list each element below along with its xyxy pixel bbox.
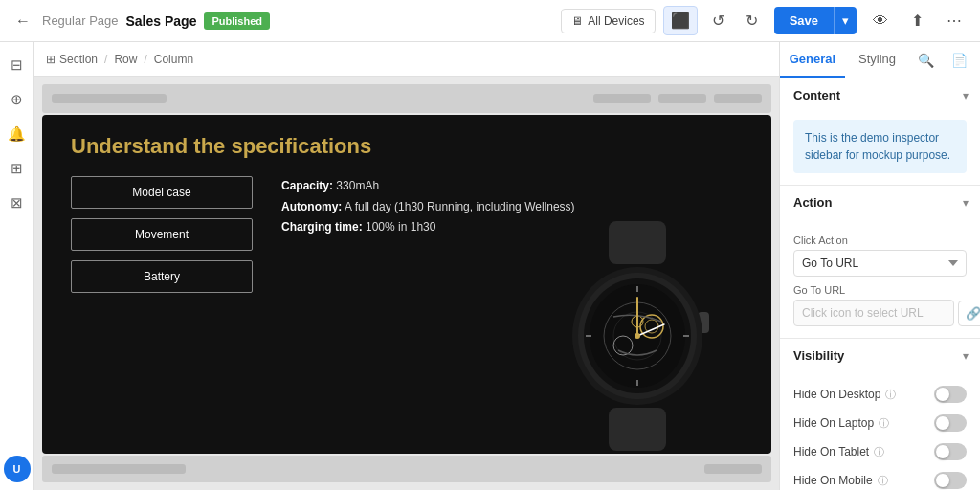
hide-laptop-info-icon[interactable]: ⓘ	[879, 416, 889, 431]
doc-icon[interactable]: 📄	[945, 49, 974, 72]
page-heading: Understand the specifications	[71, 134, 743, 159]
hide-tablet-label: Hide On Tablet ⓘ	[793, 445, 884, 459]
visibility-chevron-icon: ▾	[963, 349, 969, 363]
hide-laptop-toggle[interactable]	[934, 414, 967, 432]
device-selector[interactable]: 🖥 All Devices	[561, 9, 655, 33]
sidebar-item-layers[interactable]: ⊟	[2, 50, 33, 80]
panel-tab-icons: 🔍 📄	[909, 42, 980, 78]
hide-desktop-row: Hide On Desktop ⓘ	[793, 380, 967, 409]
url-link-button[interactable]: 🔗	[958, 301, 980, 326]
hide-mobile-label: Hide On Mobile ⓘ	[793, 474, 888, 488]
hide-laptop-row: Hide On Laptop ⓘ	[793, 409, 967, 437]
top-bar-btn-3	[714, 94, 762, 103]
sidebar-item-grid[interactable]: ⊞	[2, 153, 33, 184]
hide-mobile-row: Hide On Mobile ⓘ	[793, 466, 967, 490]
top-bar-right	[593, 94, 762, 103]
back-button[interactable]: ←	[11, 11, 34, 32]
topbar-left: ← Regular Page Sales Page Published	[11, 11, 551, 32]
buttons-column: Model case Movement Battery	[71, 176, 253, 293]
hide-tablet-info-icon[interactable]: ⓘ	[874, 445, 884, 459]
canvas-content: Understand the specifications Model case…	[34, 77, 779, 490]
visibility-section-header[interactable]: Visibility ▾	[780, 339, 980, 372]
canvas-top-bar	[42, 84, 771, 113]
hide-mobile-info-icon[interactable]: ⓘ	[878, 474, 888, 488]
url-input[interactable]	[793, 300, 954, 326]
battery-button[interactable]: Battery	[71, 260, 253, 293]
tab-general[interactable]: General	[780, 42, 845, 78]
hide-desktop-toggle[interactable]	[934, 386, 967, 403]
sidebar-item-notifications[interactable]: 🔔	[2, 119, 33, 149]
sidebar-item-add[interactable]: ⊕	[2, 84, 33, 115]
hide-tablet-toggle[interactable]	[934, 443, 967, 460]
hide-tablet-row: Hide On Tablet ⓘ	[793, 437, 967, 466]
left-sidebar: ⊟ ⊕ 🔔 ⊞ ⊠ U	[0, 42, 34, 490]
main-area: ⊟ ⊕ 🔔 ⊞ ⊠ U ⊞ Section / Row / Column	[0, 42, 980, 490]
hide-mobile-toggle[interactable]	[934, 472, 967, 489]
breadcrumb-section[interactable]: Section	[59, 53, 98, 66]
visibility-section: Visibility ▾ Hide On Desktop ⓘ Hide On L…	[780, 339, 980, 490]
bottom-bar-placeholder	[52, 464, 186, 474]
hide-laptop-label: Hide On Laptop ⓘ	[793, 416, 889, 431]
action-section-header[interactable]: Action ▾	[780, 186, 980, 219]
content-section-title: Content	[793, 88, 840, 102]
content-info-box: This is the demo inspector sidebar for m…	[793, 120, 967, 173]
breadcrumb-row[interactable]: Row	[114, 53, 137, 66]
device-label: All Devices	[588, 14, 644, 28]
visibility-section-body: Hide On Desktop ⓘ Hide On Laptop ⓘ	[780, 372, 980, 490]
content-section: Content ▾ This is the demo inspector sid…	[780, 78, 980, 186]
tab-styling[interactable]: Styling	[845, 42, 910, 78]
desktop-view-button[interactable]: ⬛	[663, 6, 698, 35]
canvas-page: Understand the specifications Model case…	[42, 115, 771, 454]
svg-rect-0	[609, 221, 666, 264]
save-btn-group: Save ▾	[774, 7, 857, 34]
hide-desktop-info-icon[interactable]: ⓘ	[885, 388, 896, 402]
click-action-label: Click Action	[793, 234, 967, 246]
autonomy-row: Autonomy: A full day (1h30 Running, incl…	[281, 197, 575, 218]
search-icon[interactable]: 🔍	[911, 49, 941, 72]
topbar: ← Regular Page Sales Page Published 🖥 Al…	[0, 0, 980, 42]
action-section-title: Action	[793, 195, 832, 210]
top-bar-placeholder	[52, 94, 167, 103]
visibility-section-title: Visibility	[793, 348, 844, 363]
hide-desktop-label: Hide On Desktop ⓘ	[793, 388, 896, 402]
breadcrumb-sep-1: /	[104, 53, 107, 66]
panel-tabs: General Styling 🔍 📄	[780, 42, 980, 78]
canvas-toolbar: ⊞ Section / Row / Column	[34, 42, 779, 77]
action-section: Action ▾ Click Action Go To URL Open Pop…	[780, 186, 980, 339]
breadcrumb-column[interactable]: Column	[154, 53, 193, 66]
export-button[interactable]: ⬆	[904, 7, 930, 34]
save-dropdown-button[interactable]: ▾	[834, 7, 857, 34]
breadcrumb-sep-2: /	[144, 53, 146, 66]
content-section-body: This is the demo inspector sidebar for m…	[780, 112, 980, 185]
canvas-bottom-bar	[42, 456, 771, 482]
model-case-button[interactable]: Model case	[71, 176, 253, 209]
capacity-row: Capacity: 330mAh	[281, 176, 575, 197]
action-section-body: Click Action Go To URL Open Popup Scroll…	[780, 219, 980, 338]
sidebar-item-widgets[interactable]: ⊠	[2, 188, 33, 218]
url-input-row: 🔗	[793, 300, 967, 326]
movement-button[interactable]: Movement	[71, 218, 253, 251]
canvas-area: ⊞ Section / Row / Column	[34, 42, 779, 490]
preview-button[interactable]: 👁	[866, 8, 895, 34]
action-chevron-icon: ▾	[963, 196, 969, 210]
page-type-label: Regular Page	[42, 13, 119, 28]
page-inner: Understand the specifications Model case…	[42, 115, 771, 454]
more-button[interactable]: ⋯	[940, 7, 969, 34]
grid-icon: ⊞	[46, 53, 56, 66]
bottom-bar-right	[704, 464, 762, 474]
specs-column: Capacity: 330mAh Autonomy: A full day (1…	[281, 176, 575, 238]
content-chevron-icon: ▾	[963, 89, 969, 102]
save-button[interactable]: Save	[774, 7, 834, 34]
topbar-center: 🖥 All Devices ⬛ ↺ ↻	[561, 6, 764, 35]
right-panel: General Styling 🔍 📄 Content ▾ This is th…	[779, 42, 980, 490]
device-icon: 🖥	[571, 14, 583, 28]
redo-button[interactable]: ↻	[739, 7, 765, 34]
published-badge: Published	[204, 12, 270, 30]
user-avatar[interactable]: U	[4, 456, 31, 482]
click-action-select[interactable]: Go To URL Open Popup Scroll To Section N…	[793, 250, 967, 277]
page-name-label: Sales Page	[126, 13, 197, 29]
top-bar-btn-2	[658, 94, 706, 103]
content-section-header[interactable]: Content ▾	[780, 78, 980, 112]
charging-row: Charging time: 100% in 1h30	[281, 217, 575, 238]
undo-button[interactable]: ↺	[705, 7, 731, 34]
